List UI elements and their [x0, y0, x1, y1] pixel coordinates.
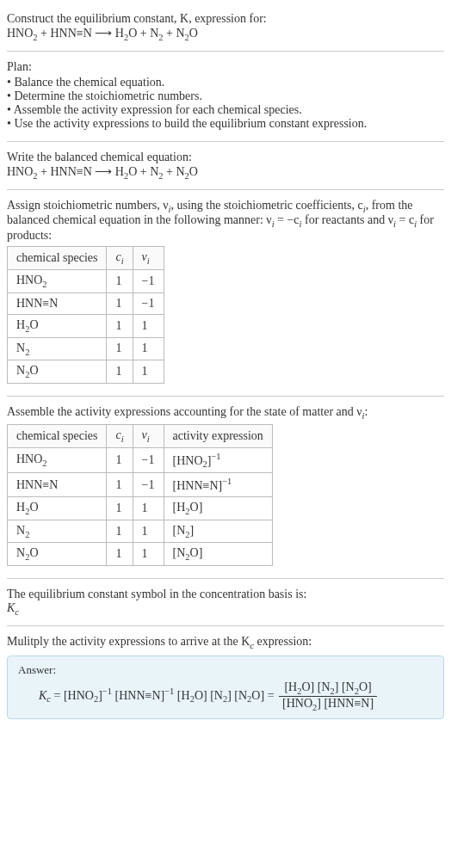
table-row: H2O 1 1 [H2O]	[8, 496, 273, 520]
cell-species: N2	[8, 520, 107, 543]
divider	[7, 141, 444, 142]
table-header-row: chemical species ci νi	[8, 247, 164, 270]
col-v: νi	[133, 247, 164, 270]
title-section: Construct the equilibrium constant, K, e…	[7, 7, 444, 47]
table-row: N2 1 1	[8, 337, 164, 360]
cell-c: 1	[107, 520, 133, 543]
plan-item: Assemble the activity expression for eac…	[7, 103, 444, 117]
cell-activity: [N2O]	[164, 543, 272, 566]
col-c: ci	[107, 247, 133, 270]
plan-item: Use the activity expressions to build th…	[7, 117, 444, 131]
divider	[7, 51, 444, 52]
cell-v: 1	[133, 360, 164, 384]
plan-header: Plan:	[7, 60, 444, 74]
divider	[7, 396, 444, 397]
cell-species: HNO2	[8, 269, 107, 292]
cell-v: −1	[133, 473, 164, 497]
col-species: chemical species	[8, 247, 107, 270]
multiply-section: Mulitply the activity expressions to arr…	[7, 630, 444, 729]
assign-text: Assign stoichiometric numbers, νi, using…	[7, 199, 444, 243]
assemble-text: Assemble the activity expressions accoun…	[7, 405, 444, 421]
balanced-header: Write the balanced chemical equation:	[7, 151, 444, 164]
kc-symbol: Kc	[7, 601, 444, 617]
title-line: Construct the equilibrium constant, K, e…	[7, 12, 444, 26]
cell-activity: [N2]	[164, 520, 272, 543]
table-row: HNO2 1 −1	[8, 269, 164, 292]
answer-box: Answer: Kc = [HNO2]−1 [HNN≡N]−1 [H2O] [N…	[7, 656, 444, 720]
cell-species: HNN≡N	[8, 473, 107, 497]
table-row: H2O 1 1	[8, 314, 164, 337]
cell-v: −1	[133, 292, 164, 314]
cell-species: HNN≡N	[8, 292, 107, 314]
answer-expression: Kc = [HNO2]−1 [HNN≡N]−1 [H2O] [N2] [N2O]…	[18, 680, 433, 712]
cell-c: 1	[107, 473, 133, 497]
activity-table: chemical species ci νi activity expressi…	[7, 424, 273, 566]
cell-species: N2	[8, 337, 107, 360]
table-row: HNO2 1 −1 [HNO2]−1	[8, 447, 273, 472]
table-row: HNN≡N 1 −1	[8, 292, 164, 314]
cell-species: N2O	[8, 543, 107, 566]
cell-c: 1	[107, 360, 133, 384]
col-v: νi	[133, 424, 164, 447]
cell-c: 1	[107, 314, 133, 337]
plan-item: Determine the stoichiometric numbers.	[7, 89, 444, 103]
cell-c: 1	[107, 496, 133, 520]
balanced-section: Write the balanced chemical equation: HN…	[7, 145, 444, 186]
cell-v: −1	[133, 447, 164, 472]
cell-species: H2O	[8, 496, 107, 520]
cell-species: H2O	[8, 314, 107, 337]
cell-c: 1	[107, 269, 133, 292]
plan-section: Plan: Balance the chemical equation. Det…	[7, 55, 444, 138]
table-header-row: chemical species ci νi activity expressi…	[8, 424, 273, 447]
divider	[7, 189, 444, 190]
table-row: N2 1 1 [N2]	[8, 520, 273, 543]
plan-list: Balance the chemical equation. Determine…	[7, 76, 444, 131]
stoich-table: chemical species ci νi HNO2 1 −1 HNN≡N 1…	[7, 246, 164, 384]
cell-v: −1	[133, 269, 164, 292]
kc-symbol-text: The equilibrium constant symbol in the c…	[7, 588, 444, 601]
cell-activity: [HNO2]−1	[164, 447, 272, 472]
cell-c: 1	[107, 543, 133, 566]
cell-species: HNO2	[8, 447, 107, 472]
cell-species: N2O	[8, 360, 107, 384]
answer-fraction: [H2O] [N2] [N2O][HNO2] [HNN≡N]	[279, 680, 377, 712]
cell-activity: [HNN≡N]−1	[164, 473, 272, 497]
cell-v: 1	[133, 543, 164, 566]
assign-section: Assign stoichiometric numbers, νi, using…	[7, 194, 444, 393]
table-row: N2O 1 1 [N2O]	[8, 543, 273, 566]
cell-v: 1	[133, 496, 164, 520]
balanced-equation: HNO2 + HNN≡N ⟶ H2O + N2 + N2O	[7, 164, 444, 181]
cell-v: 1	[133, 337, 164, 360]
col-species: chemical species	[8, 424, 107, 447]
multiply-text: Mulitply the activity expressions to arr…	[7, 635, 444, 650]
answer-label: Answer:	[18, 663, 433, 677]
cell-activity: [H2O]	[164, 496, 272, 520]
col-activity: activity expression	[164, 424, 272, 447]
divider	[7, 625, 444, 626]
col-c: ci	[107, 424, 133, 447]
table-row: N2O 1 1	[8, 360, 164, 384]
table-row: HNN≡N 1 −1 [HNN≡N]−1	[8, 473, 273, 497]
divider	[7, 578, 444, 579]
cell-c: 1	[107, 337, 133, 360]
cell-v: 1	[133, 520, 164, 543]
kc-symbol-section: The equilibrium constant symbol in the c…	[7, 582, 444, 622]
cell-v: 1	[133, 314, 164, 337]
title-equation: HNO2 + HNN≡N ⟶ H2O + N2 + N2O	[7, 26, 444, 42]
cell-c: 1	[107, 447, 133, 472]
assemble-section: Assemble the activity expressions accoun…	[7, 400, 444, 575]
plan-item: Balance the chemical equation.	[7, 76, 444, 89]
title-text: Construct the equilibrium constant, K, e…	[7, 12, 267, 25]
cell-c: 1	[107, 292, 133, 314]
